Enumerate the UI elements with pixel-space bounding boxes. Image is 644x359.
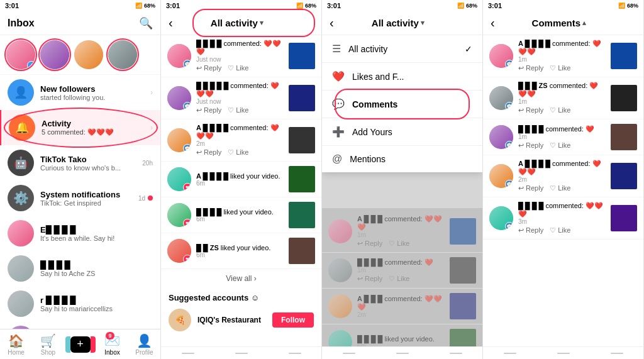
comments-dropdown[interactable]: Comments ▴ <box>532 18 587 28</box>
nav-home-label: Home <box>8 349 25 356</box>
signal-icon-2: 📶 <box>296 3 303 9</box>
add-yours-icon: ➕ <box>332 126 345 138</box>
new-followers-content: New followers started following you. <box>40 84 144 101</box>
like-c5[interactable]: ♡ Like <box>550 226 570 235</box>
time-2: 3:01 <box>166 2 180 9</box>
story-avatar-1[interactable]: + <box>6 40 35 69</box>
dropdown-comments-label: Comments <box>352 99 397 109</box>
comment-thumb-3 <box>611 124 637 150</box>
inbox-item-activity[interactable]: 🔔 Activity 5 commented: ❤️❤️❤️ › <box>0 110 160 145</box>
back-button-3[interactable]: ‹ <box>330 16 334 30</box>
dropdown-likes[interactable]: ❤️ Likes and F... <box>322 63 482 91</box>
comment-item-5[interactable]: 💬 █ █ █ █ commented: ❤️❤️❤️ 3m ↩ Reply ♡… <box>483 197 643 240</box>
reply-c3[interactable]: ↩ Reply <box>518 141 543 150</box>
reply-btn-3[interactable]: ↩ Reply <box>196 148 221 157</box>
nav-profile[interactable]: 👤 Profile <box>128 329 160 359</box>
comment-item-4[interactable]: 💬 A █ █ █ █ commented: ❤️❤️❤️ 2m ↩ Reply… <box>483 155 643 197</box>
inbox-item-user2[interactable]: █ █ █ █ Say hi to Ache ZS <box>0 251 160 286</box>
comment-item-3[interactable]: 💬 █ █ █ █ commented: ❤️ 1m ↩ Reply ♡ Lik… <box>483 119 643 155</box>
activity-name: Activity <box>42 119 144 128</box>
battery-icon-2: 68% <box>305 3 316 9</box>
nav-inbox-label: Inbox <box>104 349 119 356</box>
act-avatar-5: ❤ <box>167 203 191 227</box>
create-button[interactable]: + <box>70 336 91 353</box>
new-followers-avatar: 👤 <box>8 79 34 106</box>
reply-btn-2[interactable]: ↩ Reply <box>196 106 221 114</box>
back-button-4[interactable]: ‹ <box>491 16 495 30</box>
like-btn-1[interactable]: ♡ Like <box>228 64 248 72</box>
inbox-item-user3[interactable]: r █ █ █ █ Say hi to mariariccellizs <box>0 286 160 321</box>
act-content-2: █ █ █ █ █ commented: ❤️❤️❤️ Just now ↩ R… <box>196 82 284 114</box>
reply-c5[interactable]: ↩ Reply <box>518 226 543 235</box>
activity-item-5[interactable]: ❤ █ █ █ █ liked your video. 6m <box>161 197 321 233</box>
search-icon[interactable]: 🔍 <box>139 16 153 30</box>
story-avatar-3[interactable] <box>74 40 103 69</box>
inbox-item-new-followers[interactable]: 👤 New followers started following you. › <box>0 75 160 110</box>
act-thumb-3 <box>289 127 315 153</box>
dropdown-add-yours[interactable]: ➕ Add Yours <box>322 118 482 146</box>
nav-shop-label: Shop <box>41 349 55 356</box>
activity-item-3[interactable]: 💬 A █ █ █ █ commented: ❤️❤️❤️ 2m ↩ Reply… <box>161 119 321 162</box>
all-activity-dropdown-3[interactable]: All activity ▾ <box>372 18 425 28</box>
status-icons-2: 📶 68% <box>296 3 316 9</box>
chevron-down-icon-3: ▾ <box>421 19 425 27</box>
dropdown-all-activity[interactable]: ☰ All activity ✓ <box>322 35 482 63</box>
all-activity-dropdown[interactable]: All activity ▾ <box>211 18 264 28</box>
like-c3[interactable]: ♡ Like <box>550 141 570 150</box>
new-followers-name: New followers <box>40 84 144 94</box>
like-c2[interactable]: ♡ Like <box>550 106 570 114</box>
gesture-line-2b <box>235 353 248 354</box>
inbox-item-user4[interactable]: ja█ █ █ █ Sent <box>0 321 160 329</box>
dropdown-mentions[interactable]: @ Mentions <box>322 146 482 172</box>
comments-header: ‹ Comments ▴ <box>483 11 643 35</box>
dropdown-menu: ☰ All activity ✓ ❤️ Likes and F... 💬 Com… <box>322 35 482 172</box>
view-all-2[interactable]: View all › <box>161 269 321 288</box>
reply-c1[interactable]: ↩ Reply <box>518 64 543 72</box>
tako-content: TikTok Tako Curious to know who's b... <box>40 155 136 172</box>
activity-content: Activity 5 commented: ❤️❤️❤️ <box>42 119 144 136</box>
heart-badge-6: ❤ <box>183 255 191 263</box>
reply-btn-1[interactable]: ↩ Reply <box>196 64 221 72</box>
nav-inbox[interactable]: ✉️ Inbox 9 <box>96 329 128 359</box>
like-c1[interactable]: ♡ Like <box>550 64 570 72</box>
nav-create[interactable]: + <box>64 329 96 359</box>
nav-shop[interactable]: 🛒 Shop <box>32 329 64 359</box>
activity-item-4[interactable]: ❤ A █ █ █ █ liked your video. 6m <box>161 162 321 197</box>
like-btn-3[interactable]: ♡ Like <box>228 148 248 157</box>
act-actions-1: ↩ Reply ♡ Like <box>196 64 284 72</box>
story-avatar-4[interactable] <box>108 40 137 69</box>
dropdown-comments[interactable]: 💬 Comments <box>322 91 482 118</box>
comment-badge-1: 💬 <box>183 60 191 68</box>
follow-button-1[interactable]: Follow <box>272 312 314 328</box>
activity-item-6[interactable]: ❤ █ █ ZS liked your video. 6m <box>161 233 321 269</box>
inbox-item-system[interactable]: ⚙️ System notifications TikTok: Get insp… <box>0 180 160 216</box>
nav-home[interactable]: 🏠 Home <box>0 329 32 359</box>
chevron-up-icon: ▴ <box>582 19 586 27</box>
suggested-item-1: 🍕 IQIQ's Restaurant Follow <box>161 305 321 335</box>
comment-item-1[interactable]: 💬 A █ █ █ █ commented: ❤️❤️❤️ 1m ↩ Reply… <box>483 35 643 77</box>
act-thumb-4 <box>289 166 315 192</box>
activity-item-1[interactable]: 💬 █ █ █ █ commented: ❤️❤️❤️ Just now ↩ R… <box>161 35 321 77</box>
like-btn-2[interactable]: ♡ Like <box>228 106 248 114</box>
dim-item-3: A █ █ █ commented: ❤️❤️❤️ 2m <box>322 289 482 324</box>
act-desc-2: █ █ █ █ █ commented: ❤️❤️❤️ <box>196 82 284 98</box>
plus-badge: + <box>27 61 35 69</box>
act-thumb-6 <box>289 238 315 264</box>
reply-c4[interactable]: ↩ Reply <box>518 184 543 192</box>
back-button-2[interactable]: ‹ <box>169 16 173 30</box>
like-c4[interactable]: ♡ Like <box>550 184 570 192</box>
act-avatar-2: 💬 <box>167 86 191 110</box>
tako-avatar: 🤖 <box>8 150 34 176</box>
activity-item-2[interactable]: 💬 █ █ █ █ █ commented: ❤️❤️❤️ Just now ↩… <box>161 77 321 119</box>
status-icons-3: 📶 68% <box>457 3 477 9</box>
tako-meta: 20h <box>142 160 153 167</box>
reply-c2[interactable]: ↩ Reply <box>518 106 543 114</box>
inbox-title: Inbox <box>8 18 35 29</box>
story-avatar-2[interactable] <box>40 40 69 69</box>
act-content-3: A █ █ █ █ commented: ❤️❤️❤️ 2m ↩ Reply ♡… <box>196 124 284 157</box>
comment-item-2[interactable]: 💬 █ █ █ ZS commented: ❤️❤️❤️ 1m ↩ Reply … <box>483 77 643 119</box>
system-sub: TikTok: Get inspired <box>40 199 132 207</box>
inbox-item-user1[interactable]: E█ █ █ █ It's been a while. Say hi! <box>0 216 160 251</box>
inbox-item-tako[interactable]: 🤖 TikTok Tako Curious to know who's b...… <box>0 145 160 180</box>
sug-avatar-1: 🍕 <box>169 309 191 331</box>
